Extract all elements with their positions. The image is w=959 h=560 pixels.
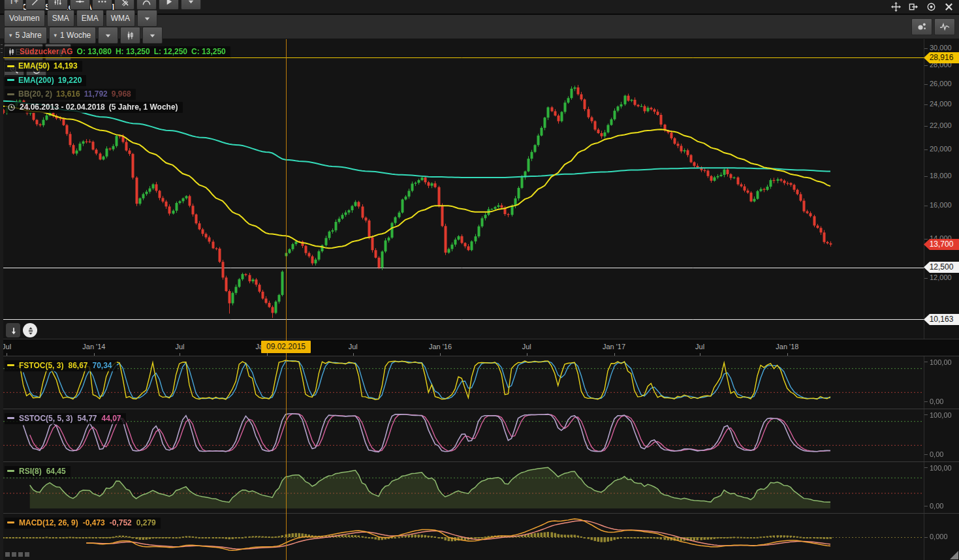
volumen-button[interactable]: Volumen [4, 10, 45, 27]
wma-button[interactable]: WMA [106, 10, 135, 27]
left-edge-strip [0, 39, 3, 560]
x-axis-label: Jul [349, 343, 358, 350]
fstoc-axis-top: 100,00 [930, 358, 952, 366]
fstoc-panel-canvas[interactable] [0, 356, 924, 409]
sstoc-label[interactable]: SSTOC(5, 5, 3) [19, 414, 72, 423]
macd-value-1: -0,473 [83, 518, 105, 527]
maximize-icon[interactable] [891, 2, 901, 12]
toolbar: T+VolumenSMAEMAWMA▾5 Jahre▾1 Woche▾Extra… [0, 15, 959, 39]
rsi-axis-bottom: 0,00 [930, 502, 943, 510]
export-icon[interactable] [909, 2, 919, 12]
price-tick-label: 18,000 [930, 172, 952, 179]
rsi-axis-top: 100,00 [930, 464, 952, 472]
alert-level-badge: 28,916 [924, 52, 959, 63]
trend-line-button[interactable] [25, 0, 46, 10]
panel-separator[interactable] [0, 356, 959, 356]
bb-legend-row: BB(20, 2) 13,616 11,792 9,968 [5, 88, 230, 101]
dotted-line-icon [97, 0, 107, 7]
macd-label[interactable]: MACD(12, 26, 9) [19, 518, 78, 527]
toolbar-group: VolumenSMAEMAWMA [4, 10, 201, 27]
scroll-down-button[interactable] [6, 323, 20, 337]
symbol-name: Südzucker AG [20, 47, 73, 56]
chevron-down-icon [186, 0, 196, 7]
x-axis [0, 339, 959, 356]
chevron-down-button[interactable] [181, 0, 201, 10]
record-icon[interactable] [926, 2, 936, 12]
chevron-down-icon: ▾ [9, 33, 12, 39]
price-tick-label: 24,000 [930, 100, 952, 108]
bb-lower-value: 9,968 [112, 89, 131, 99]
play-tool-button[interactable] [159, 0, 179, 10]
date-range-row: 24.06.2013 - 02.04.2018 (5 Jahre, 1 Woch… [5, 102, 230, 114]
rsi-label[interactable]: RSI(8) [19, 467, 42, 476]
dotted-line-button[interactable] [92, 0, 112, 10]
rsi-axis-tick [924, 506, 928, 506]
x-axis-tick [527, 353, 527, 356]
ema50-swatch [7, 65, 14, 67]
ema50-label[interactable]: EMA(50) [18, 61, 50, 70]
pulse-button[interactable] [934, 18, 955, 35]
fib-retracement-button[interactable] [48, 0, 68, 10]
chevron-down-button[interactable] [137, 10, 157, 27]
expand-vertical-icon [26, 326, 35, 335]
text-tool-button[interactable]: T+ [4, 0, 24, 10]
button-label: Volumen [9, 14, 40, 23]
sstoc-swatch [7, 417, 14, 419]
play-tool-icon [164, 0, 174, 7]
sstoc-panel-canvas[interactable] [0, 409, 924, 461]
symbol-legend-row: Südzucker AG O: 13,080 H: 13,250 L: 12,2… [5, 46, 230, 58]
horizontal-line-button[interactable] [70, 0, 90, 10]
ema200-legend-row: EMA(200) 19,220 [5, 74, 230, 86]
close-icon[interactable] [944, 2, 954, 12]
price-tick [924, 239, 928, 240]
rsi-panel-canvas[interactable] [0, 461, 924, 513]
x-axis-tick [267, 353, 268, 356]
macd-legend: MACD(12, 26, 9)-0,473-0,7520,279 [5, 516, 161, 529]
ema-button[interactable]: EMA [76, 10, 104, 27]
date-range-detail: (5 Jahre, 1 Woche) [109, 102, 178, 112]
sstoc-axis-bottom: 0,00 [930, 450, 943, 458]
rsi-axis-tick [924, 467, 928, 468]
price-tick-label: 16,000 [930, 201, 952, 209]
fstoc-label[interactable]: FSTOC(5, 3) [19, 361, 63, 370]
macd-value-3: 0,279 [136, 518, 156, 527]
resize-grip[interactable] [950, 551, 958, 559]
x-axis-label: Jul [175, 343, 184, 350]
ema50-legend-row: EMA(50) 14,193 [5, 60, 230, 72]
support-level-badge: 12,500 [924, 262, 959, 273]
bubbles-button[interactable] [911, 18, 932, 35]
button-label: SMA [52, 14, 69, 23]
panel-separator[interactable] [0, 461, 959, 462]
chevron-down-icon [142, 14, 152, 23]
arc-tool-button[interactable] [136, 0, 157, 10]
x-axis-label: Jan '16 [429, 343, 452, 350]
bb-label[interactable]: BB(20, 2) [18, 89, 52, 99]
expand-panels-button[interactable] [23, 323, 37, 337]
price-tick-label: 30,000 [930, 44, 952, 52]
high-value: H: 13,250 [116, 47, 150, 56]
macd-swatch [7, 521, 14, 523]
button-label: WMA [111, 14, 130, 23]
titlebar-actions [891, 2, 954, 12]
bb-middle-value: 11,792 [84, 89, 108, 99]
ema200-label[interactable]: EMA(200) [18, 76, 54, 85]
panel-separator[interactable] [0, 513, 959, 514]
pencil-off-button[interactable] [114, 0, 134, 10]
sstoc-axis-tick [924, 454, 928, 455]
fstoc-axis-tick [924, 362, 928, 362]
sstoc-axis-tick [924, 414, 928, 415]
x-axis-label: Jul [2, 343, 11, 350]
fstoc-legend: FSTOC(5, 3)86,6770,34 [5, 359, 117, 371]
pencil-off-icon [119, 0, 129, 7]
rsi-swatch [7, 470, 14, 472]
panel-separator[interactable] [0, 409, 959, 409]
ema200-value: 19,220 [58, 76, 82, 85]
x-axis-label: Jan '18 [776, 343, 798, 350]
low-level-badge: 10,163 [924, 314, 959, 325]
ema200-swatch [7, 79, 14, 81]
price-tick-label: 20,000 [930, 145, 952, 153]
price-tick [924, 48, 928, 49]
sma-button[interactable]: SMA [47, 10, 74, 27]
fstoc-value-2: 70,34 [93, 361, 112, 370]
x-axis-tick [7, 353, 7, 356]
